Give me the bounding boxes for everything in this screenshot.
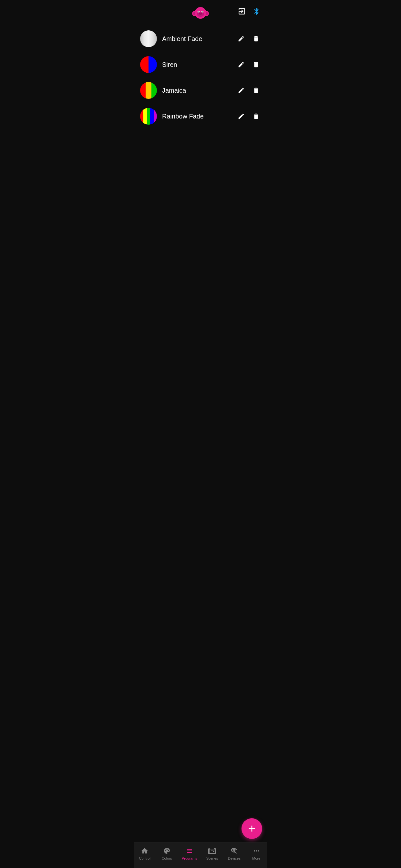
nav-item-programs[interactable]: Programs bbox=[179, 845, 200, 862]
bluetooth-button[interactable] bbox=[251, 6, 262, 17]
bottom-nav: Control Colors Programs Scenes bbox=[134, 842, 267, 868]
nav-item-more[interactable]: More bbox=[247, 845, 266, 862]
scenes-icon bbox=[208, 847, 216, 855]
nav-label-devices: Devices bbox=[228, 857, 241, 860]
palette-icon bbox=[163, 847, 171, 855]
program-name-jamaica: Jamaica bbox=[162, 87, 231, 94]
nav-item-scenes[interactable]: Scenes bbox=[203, 845, 222, 862]
edit-icon bbox=[238, 113, 245, 120]
delete-icon bbox=[252, 87, 259, 94]
program-icon-jamaica bbox=[140, 82, 157, 99]
program-icon-siren bbox=[140, 56, 157, 73]
program-item-rainbow-fade: Rainbow Fade bbox=[134, 103, 267, 129]
program-name-siren: Siren bbox=[162, 61, 231, 68]
program-actions-siren bbox=[236, 60, 261, 69]
svg-point-8 bbox=[198, 11, 199, 12]
svg-point-11 bbox=[199, 13, 200, 14]
login-button[interactable] bbox=[236, 6, 247, 17]
monkey-logo bbox=[192, 4, 209, 21]
delete-button-ambient-fade[interactable] bbox=[251, 34, 261, 43]
program-item-siren: Siren bbox=[134, 52, 267, 78]
edit-button-siren[interactable] bbox=[236, 60, 246, 69]
program-actions-jamaica bbox=[236, 86, 261, 95]
edit-button-rainbow-fade[interactable] bbox=[236, 112, 246, 121]
login-icon bbox=[238, 7, 246, 16]
nav-item-devices[interactable]: Devices bbox=[224, 845, 244, 862]
delete-button-jamaica[interactable] bbox=[251, 86, 261, 95]
devices-icon bbox=[230, 847, 238, 855]
nav-label-programs: Programs bbox=[182, 857, 197, 860]
svg-point-10 bbox=[199, 13, 202, 15]
program-actions-rainbow-fade bbox=[236, 112, 261, 121]
program-icon-rainbow-fade bbox=[140, 108, 157, 125]
delete-icon bbox=[252, 61, 259, 68]
delete-icon bbox=[252, 35, 259, 42]
edit-icon bbox=[238, 87, 245, 94]
nav-label-control: Control bbox=[139, 857, 150, 860]
nav-label-scenes: Scenes bbox=[206, 857, 218, 860]
bluetooth-icon bbox=[252, 7, 261, 16]
delete-button-siren[interactable] bbox=[251, 60, 261, 69]
plus-icon bbox=[247, 824, 257, 834]
program-name-rainbow-fade: Rainbow Fade bbox=[162, 113, 231, 120]
more-icon bbox=[252, 847, 260, 855]
delete-button-rainbow-fade[interactable] bbox=[251, 112, 261, 121]
header bbox=[134, 0, 267, 23]
svg-point-12 bbox=[201, 13, 202, 14]
program-list: Ambient Fade Siren bbox=[134, 23, 267, 132]
program-item-jamaica: Jamaica bbox=[134, 78, 267, 103]
program-icon-ambient-fade bbox=[140, 30, 157, 47]
program-name-ambient-fade: Ambient Fade bbox=[162, 35, 231, 42]
nav-item-colors[interactable]: Colors bbox=[157, 845, 177, 862]
edit-icon bbox=[238, 35, 245, 42]
program-actions-ambient-fade bbox=[236, 34, 261, 43]
delete-icon bbox=[252, 113, 259, 120]
header-actions bbox=[236, 6, 262, 17]
nav-item-control[interactable]: Control bbox=[135, 845, 154, 862]
edit-button-ambient-fade[interactable] bbox=[236, 34, 246, 43]
edit-icon bbox=[238, 61, 245, 68]
svg-point-9 bbox=[202, 11, 203, 12]
add-program-button[interactable] bbox=[242, 818, 262, 839]
nav-label-colors: Colors bbox=[162, 857, 172, 860]
edit-button-jamaica[interactable] bbox=[236, 86, 246, 95]
nav-label-more: More bbox=[252, 857, 260, 860]
home-icon bbox=[141, 847, 149, 855]
programs-icon bbox=[185, 847, 194, 855]
program-item-ambient-fade: Ambient Fade bbox=[134, 26, 267, 52]
